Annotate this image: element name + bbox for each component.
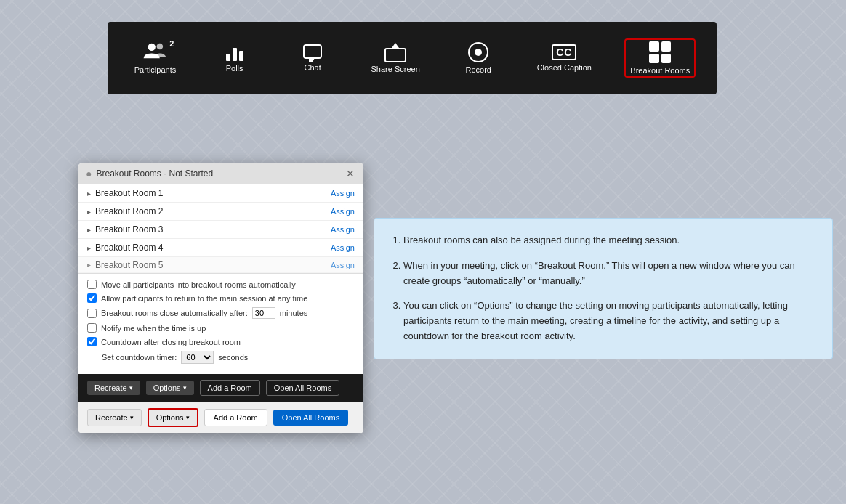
add-room-btn-dark-label: Add a Room [208, 383, 252, 392]
info-item-1: Breakout rooms can also be assigned duri… [403, 233, 815, 248]
move-auto-label: Move all participants into breakout room… [101, 280, 296, 289]
recreate-btn-dark[interactable]: Recreate ▾ [87, 381, 140, 395]
option-countdown: Countdown after closing breakout room [87, 337, 355, 346]
record-label: Record [465, 65, 491, 74]
allow-return-checkbox[interactable] [87, 293, 97, 303]
toolbar-item-record[interactable]: Record [453, 39, 504, 77]
toolbar-item-chat[interactable]: Chat [287, 41, 338, 75]
options-section: Move all participants into breakout room… [78, 274, 363, 374]
room-item-4: ▸ Breakout Room 4 Assign [78, 239, 363, 257]
room-arrow-1: ▸ [87, 190, 91, 198]
rooms-list: ▸ Breakout Room 1 Assign ▸ Breakout Room… [78, 184, 363, 274]
countdown-timer-unit: seconds [218, 353, 248, 362]
panel-header: ● Breakout Rooms - Not Started ✕ [78, 163, 363, 184]
participants-icon: 2 [143, 42, 166, 65]
polls-icon [226, 44, 243, 61]
open-all-btn-dark-label: Open All Rooms [274, 383, 331, 392]
options-button-label: Options [156, 413, 184, 422]
open-all-btn-dark[interactable]: Open All Rooms [266, 380, 339, 396]
share-screen-icon [384, 43, 406, 62]
panel-close-button[interactable]: ✕ [345, 168, 356, 179]
add-room-btn-dark[interactable]: Add a Room [200, 380, 260, 396]
allow-return-label: Allow participants to return to the main… [101, 294, 307, 303]
room-item-3: ▸ Breakout Room 3 Assign [78, 221, 363, 239]
toolbar-item-breakout-rooms[interactable]: Breakout Rooms [624, 38, 696, 78]
info-text-2: When in your meeting, click on “Breakout… [403, 260, 795, 286]
option-auto-close: Breakout rooms close automatically after… [87, 307, 355, 319]
zoom-toolbar: 2 Participants Polls Chat Share Screen [108, 22, 717, 94]
auto-close-unit: minutes [280, 309, 308, 317]
info-item-3: You can click on “Options” to change the… [403, 298, 815, 344]
info-item-2: When in your meeting, click on “Breakout… [403, 259, 815, 289]
open-all-rooms-button[interactable]: Open All Rooms [273, 410, 348, 426]
participants-label: Participants [134, 65, 176, 74]
add-room-button-label: Add a Room [214, 413, 258, 422]
info-text-3: You can click on “Options” to change the… [403, 300, 788, 341]
chat-label: Chat [304, 63, 321, 72]
recreate-button[interactable]: Recreate ▾ [87, 409, 142, 426]
closed-caption-icon: CC [552, 44, 576, 60]
assign-btn-1[interactable]: Assign [331, 189, 355, 198]
toolbar-item-polls[interactable]: Polls [209, 41, 260, 76]
room-name-3: Breakout Room 3 [95, 224, 163, 235]
recreate-dropdown-icon: ▾ [130, 414, 134, 421]
recreate-chevron-icon: ▾ [129, 384, 133, 391]
participants-badge: 2 [169, 39, 174, 48]
notify-time-label: Notify me when the time is up [101, 324, 206, 333]
assign-btn-2[interactable]: Assign [331, 207, 355, 216]
panel-title-area: ● Breakout Rooms - Not Started [86, 168, 213, 179]
countdown-checkbox[interactable] [87, 337, 97, 346]
room-item-1: ▸ Breakout Room 1 Assign [78, 184, 363, 203]
room-item-2: ▸ Breakout Room 2 Assign [78, 203, 363, 221]
assign-btn-5[interactable]: Assign [331, 261, 355, 269]
notify-time-checkbox[interactable] [87, 323, 97, 333]
options-btn-dark[interactable]: Options ▾ [146, 381, 194, 395]
panel-dot-icon: ● [86, 168, 92, 179]
breakout-rooms-icon [649, 41, 671, 63]
info-text-1: Breakout rooms can also be assigned duri… [403, 235, 680, 245]
add-room-button[interactable]: Add a Room [204, 409, 267, 426]
toolbar-item-share-screen[interactable]: Share Screen [366, 40, 426, 76]
chat-icon [303, 44, 322, 59]
auto-close-checkbox[interactable] [87, 309, 97, 318]
room-name-1: Breakout Room 1 [95, 188, 163, 198]
info-list: Breakout rooms can also be assigned duri… [392, 233, 815, 344]
info-box: Breakout rooms can also be assigned duri… [374, 218, 833, 359]
option-move-auto: Move all participants into breakout room… [87, 280, 355, 289]
recreate-btn-dark-label: Recreate [94, 383, 127, 392]
panel-bottom-bar: Recreate ▾ Options ▾ Add a Room Open All… [78, 402, 363, 433]
record-icon [468, 42, 488, 62]
svg-rect-2 [385, 49, 406, 62]
svg-marker-4 [392, 43, 399, 48]
assign-btn-4[interactable]: Assign [331, 243, 355, 252]
room-arrow-2: ▸ [87, 208, 91, 216]
panel-title-text: Breakout Rooms - Not Started [96, 168, 213, 179]
polls-label: Polls [226, 64, 243, 73]
countdown-timer-select[interactable]: 60 30 120 [181, 351, 214, 364]
options-button[interactable]: Options ▾ [148, 408, 198, 427]
toolbar-item-participants[interactable]: 2 Participants [129, 39, 182, 77]
countdown-timer-label: Set countdown timer: [102, 353, 177, 362]
room-name-2: Breakout Room 2 [95, 206, 163, 216]
countdown-timer-row: Set countdown timer: 60 30 120 seconds [102, 351, 355, 364]
closed-caption-label: Closed Caption [537, 63, 592, 72]
share-screen-label: Share Screen [371, 65, 420, 73]
open-all-rooms-label: Open All Rooms [282, 413, 339, 422]
toolbar-item-closed-caption[interactable]: CC Closed Caption [531, 41, 597, 75]
assign-btn-3[interactable]: Assign [331, 225, 355, 234]
options-btn-dark-label: Options [153, 383, 181, 392]
room-arrow-4: ▸ [87, 244, 91, 252]
panel-toolbar-partial: Recreate ▾ Options ▾ Add a Room Open All… [78, 374, 363, 402]
auto-close-label: Breakout rooms close automatically after… [101, 309, 248, 317]
move-auto-checkbox[interactable] [87, 280, 97, 289]
room-name-4: Breakout Room 4 [95, 243, 163, 253]
auto-close-minutes-input[interactable] [252, 307, 275, 319]
room-arrow-3: ▸ [87, 226, 91, 234]
room-arrow-5: ▸ [87, 261, 91, 269]
options-dropdown-icon: ▾ [186, 414, 190, 421]
countdown-label: Countdown after closing breakout room [101, 338, 241, 346]
option-allow-return: Allow participants to return to the main… [87, 293, 355, 303]
svg-point-1 [157, 44, 164, 50]
room-name-5: Breakout Room 5 [95, 260, 163, 270]
breakout-rooms-label: Breakout Rooms [630, 66, 690, 75]
